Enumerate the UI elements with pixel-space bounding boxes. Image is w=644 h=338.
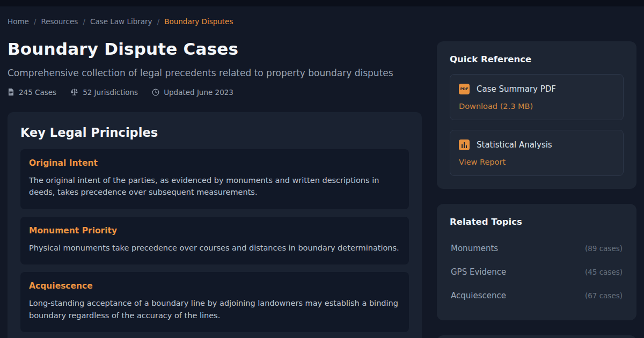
breadcrumb-case-law-library[interactable]: Case Law Library (90, 17, 152, 26)
resource-case-summary-pdf[interactable]: PDF Case Summary PDF Download (2.3 MB) (450, 74, 624, 120)
page-layout: Home / Resources / Case Law Library / Bo… (0, 6, 644, 338)
topic-count: (67 cases) (585, 291, 623, 300)
stats-row: 245 Cases 52 Jurisdictions (8, 88, 422, 97)
breadcrumb-boundary-disputes: Boundary Disputes (164, 17, 233, 26)
related-topics-panel: Related Topics Monuments (89 cases) GPS … (437, 204, 636, 320)
sidebar: Quick Reference PDF Case Summary PDF Dow… (437, 41, 636, 338)
topic-count: (89 cases) (585, 244, 623, 253)
top-bar (0, 0, 644, 6)
topic-gps-evidence[interactable]: GPS Evidence (45 cases) (450, 260, 624, 284)
breadcrumb-home[interactable]: Home (8, 17, 29, 26)
breadcrumb: Home / Resources / Case Law Library / Bo… (8, 17, 422, 26)
resource-head: Statistical Analysis (459, 139, 614, 150)
topic-acquiescence[interactable]: Acquiescence (67 cases) (450, 284, 624, 307)
principle-body: The original intent of the parties, as e… (29, 174, 400, 199)
stat-updated: Updated June 2023 (152, 88, 233, 97)
breadcrumb-separator: / (34, 17, 36, 26)
main-content: Home / Resources / Case Law Library / Bo… (8, 6, 422, 338)
quick-reference-title: Quick Reference (450, 54, 624, 64)
breadcrumb-resources[interactable]: Resources (41, 17, 78, 26)
pdf-file-icon: PDF (459, 84, 470, 94)
topic-monuments[interactable]: Monuments (89 cases) (450, 237, 624, 260)
principle-original-intent: Original Intent The original intent of t… (20, 149, 409, 209)
resource-head: PDF Case Summary PDF (459, 84, 614, 94)
bar-chart-icon (459, 139, 470, 150)
resource-statistical-analysis[interactable]: Statistical Analysis View Report (450, 130, 624, 176)
document-icon (8, 88, 14, 96)
sidebar-panel-partial (437, 335, 636, 338)
scales-icon (70, 88, 78, 96)
stat-cases-label: 245 Cases (19, 88, 56, 97)
key-legal-principles-card: Key Legal Principles Original Intent The… (8, 112, 422, 338)
topic-label: Monuments (451, 244, 498, 253)
related-topics-title: Related Topics (450, 217, 624, 227)
principle-title: Original Intent (29, 158, 400, 168)
clock-icon (152, 89, 159, 96)
stat-updated-label: Updated June 2023 (164, 88, 233, 97)
stat-jurisdictions-label: 52 Jurisdictions (83, 88, 138, 97)
principle-title: Monument Priority (29, 226, 400, 236)
view-report-link[interactable]: View Report (459, 158, 614, 166)
breadcrumb-separator: / (83, 17, 85, 26)
resource-label: Statistical Analysis (477, 140, 552, 150)
page-title: Boundary Dispute Cases (8, 39, 422, 58)
stat-jurisdictions: 52 Jurisdictions (70, 88, 138, 97)
principles-heading: Key Legal Principles (20, 126, 409, 139)
quick-reference-panel: Quick Reference PDF Case Summary PDF Dow… (437, 41, 636, 189)
resource-label: Case Summary PDF (477, 84, 556, 94)
principle-monument-priority: Monument Priority Physical monuments tak… (20, 217, 409, 264)
page-subtitle: Comprehensive collection of legal preced… (8, 67, 402, 80)
principle-acquiescence: Acquiescence Long-standing acceptance of… (20, 272, 409, 332)
download-link[interactable]: Download (2.3 MB) (459, 102, 614, 111)
breadcrumb-separator: / (157, 17, 160, 26)
topic-label: GPS Evidence (451, 267, 506, 277)
topic-label: Acquiescence (451, 291, 506, 300)
principle-title: Acquiescence (29, 281, 400, 291)
principle-body: Long-standing acceptance of a boundary l… (29, 297, 400, 321)
stat-cases: 245 Cases (8, 88, 56, 97)
principle-body: Physical monuments take precedence over … (29, 242, 400, 254)
topic-count: (45 cases) (585, 268, 623, 276)
